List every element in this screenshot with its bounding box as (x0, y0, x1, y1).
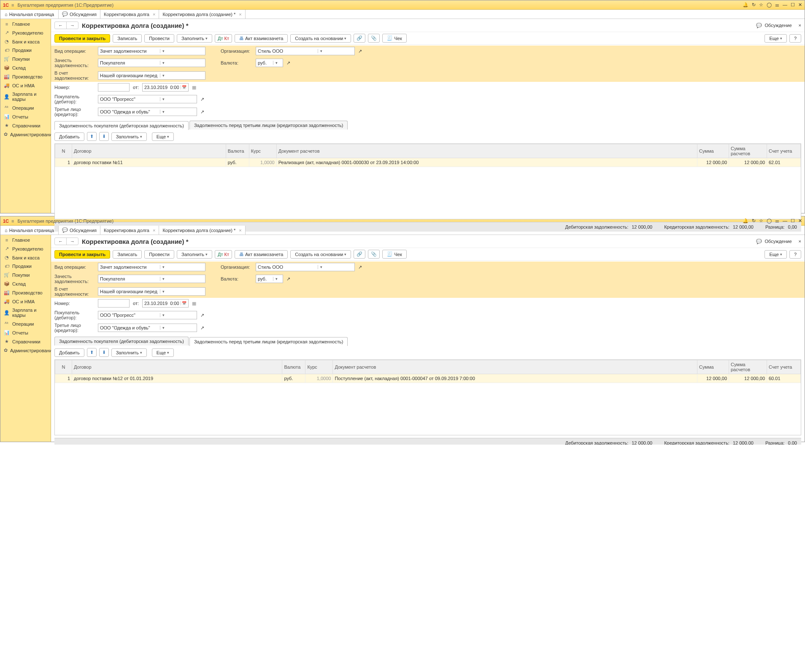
col-sum2[interactable]: Сумма расчетов (729, 360, 767, 374)
create-on-button[interactable]: Создать на основании (290, 34, 351, 43)
sidebar-item-hr[interactable]: 👤Зарплата и кадры (0, 90, 51, 103)
sidebar-item-hr[interactable]: 👤Зарплата и кадры (0, 306, 51, 319)
create-on-button[interactable]: Создать на основании (290, 250, 351, 259)
more-button[interactable]: Еще (764, 250, 786, 259)
fill-button[interactable]: Заполнить (177, 34, 212, 43)
oper-type-select[interactable]: ▾ (98, 47, 205, 55)
home-tab[interactable]: ⌂Начальная страница (0, 226, 59, 235)
save-button[interactable]: Записать (113, 250, 142, 259)
dropdown-icon[interactable]: ▾ (160, 97, 167, 101)
post-close-button[interactable]: Провести и закрыть (54, 250, 110, 259)
cheque-button[interactable]: 🧾 Чек (382, 34, 406, 43)
against-select[interactable]: ▾ (98, 287, 205, 296)
back-button[interactable]: ← (55, 238, 67, 245)
open-icon[interactable]: ↗ (200, 325, 204, 331)
dropdown-icon[interactable]: ▾ (160, 265, 167, 269)
dropdown-icon[interactable]: ▾ (160, 326, 167, 330)
fill-button[interactable]: Заполнить (177, 250, 212, 259)
save-button[interactable]: Записать (113, 34, 142, 43)
col-rate[interactable]: Курс (305, 360, 333, 374)
sidebar-item-operations[interactable]: ᴬᵏОперации (0, 319, 51, 328)
col-sum[interactable]: Сумма (697, 360, 729, 374)
move-up-button[interactable]: ⬆ (87, 348, 97, 357)
discussion-label[interactable]: Обсуждение (764, 23, 791, 28)
sidebar-item-bank[interactable]: ◔Банк и касса (0, 253, 51, 262)
tab-close-icon[interactable]: × (153, 12, 155, 17)
minimize-icon[interactable]: — (783, 218, 787, 224)
open-icon[interactable]: ↗ (286, 276, 290, 282)
tab-close-icon[interactable]: × (239, 12, 241, 17)
third-select[interactable]: ▾ (98, 108, 197, 116)
add-button[interactable]: Добавить (54, 132, 84, 141)
table-row[interactable]: 1 договор поставки №11 руб. 1,0000 Реали… (55, 158, 801, 167)
buyer-select[interactable]: ▾ (98, 95, 197, 103)
calendar-icon[interactable]: 📅 (181, 301, 187, 305)
attach-button[interactable]: 📎 (368, 250, 380, 259)
tab-debt-adj-new[interactable]: Корректировка долга (создание) *× (159, 10, 245, 19)
col-currency[interactable]: Валюта (226, 144, 249, 158)
close-icon[interactable]: ✕ (798, 2, 802, 8)
menu-icon[interactable]: ≡ (11, 219, 14, 224)
home-tab[interactable]: ⌂Начальная страница (0, 10, 59, 19)
sidebar-item-reports[interactable]: 📊Отчеты (0, 328, 51, 337)
calendar-icon[interactable]: 📅 (181, 85, 187, 89)
discussion-icon[interactable]: 💬 (756, 23, 762, 28)
cheque-button[interactable]: 🧾 Чек (382, 250, 406, 259)
sidebar-item-catalogs[interactable]: ★Справочники (0, 121, 51, 130)
star-icon[interactable]: ☆ (759, 218, 763, 224)
close-icon[interactable]: ✕ (798, 218, 802, 224)
sidebar-item-admin[interactable]: ✿Администрирование (0, 130, 51, 139)
link-button[interactable]: 🔗 (354, 250, 365, 259)
sidebar-item-warehouse[interactable]: 📦Склад (0, 63, 51, 72)
col-rate[interactable]: Курс (249, 144, 276, 158)
sidebar-item-operations[interactable]: ᴬᵏОперации (0, 103, 51, 112)
tab-payables[interactable]: Задолженность перед третьим лицом (креди… (189, 337, 348, 346)
col-n[interactable]: N (55, 144, 72, 158)
forward-button[interactable]: → (67, 238, 78, 245)
number-input[interactable] (98, 299, 130, 308)
filter-icon[interactable]: ⚌ (775, 2, 779, 8)
close-panel-icon[interactable]: × (799, 23, 801, 28)
sidebar-item-main[interactable]: ≡Главное (0, 236, 51, 244)
history-icon[interactable]: ↻ (752, 2, 756, 8)
menu-icon[interactable]: ≡ (11, 3, 14, 8)
sidebar-item-manager[interactable]: ↗Руководителю (0, 28, 51, 37)
dropdown-icon[interactable]: ▾ (273, 277, 280, 281)
col-acc[interactable]: Счет учета (767, 360, 801, 374)
col-contract[interactable]: Договор (72, 144, 226, 158)
maximize-icon[interactable]: ☐ (791, 2, 795, 8)
open-icon[interactable]: ↗ (286, 60, 290, 66)
dropdown-icon[interactable]: ▾ (160, 277, 167, 281)
date-input[interactable]: 📅 (142, 83, 189, 92)
sidebar-item-purchases[interactable]: 🛒Покупки (0, 54, 51, 63)
tab-debt-adj-new[interactable]: Корректировка долга (создание) *× (159, 226, 245, 235)
tab-receivables[interactable]: Задолженность покупателя (дебиторская за… (54, 337, 189, 345)
dtkt-button[interactable]: ДтКт (215, 250, 232, 259)
dtkt-button[interactable]: ДтКт (215, 34, 232, 43)
act-button[interactable]: 🖶 Акт взаимозачета (235, 34, 288, 43)
filter-icon[interactable]: ⚌ (775, 218, 779, 224)
open-icon[interactable]: ↗ (200, 313, 204, 318)
sidebar-item-manager[interactable]: ↗Руководителю (0, 244, 51, 253)
circle-icon[interactable]: ◯ (767, 218, 772, 224)
add-button[interactable]: Добавить (54, 348, 84, 357)
col-sum[interactable]: Сумма (697, 144, 729, 158)
post-button[interactable]: Провести (144, 34, 174, 43)
discussion-label[interactable]: Обсуждение (764, 239, 791, 244)
dropdown-icon[interactable]: ▾ (160, 49, 167, 53)
back-button[interactable]: ← (55, 22, 67, 29)
star-icon[interactable]: ☆ (759, 2, 763, 8)
act-button[interactable]: 🖶 Акт взаимозачета (235, 250, 288, 259)
dropdown-icon[interactable]: ▾ (318, 49, 324, 53)
against-select[interactable]: ▾ (98, 71, 205, 80)
bell-icon[interactable]: 🔔 (743, 2, 748, 8)
offset-select[interactable]: ▾ (98, 275, 205, 283)
help-button[interactable]: ? (789, 250, 801, 259)
open-icon[interactable]: ↗ (200, 109, 204, 115)
open-icon[interactable]: ↗ (358, 264, 362, 270)
table-more-button[interactable]: Еще (152, 132, 174, 141)
post-button[interactable]: Провести (144, 250, 174, 259)
offset-select[interactable]: ▾ (98, 59, 205, 67)
sidebar-item-assets[interactable]: 🚚ОС и НМА (0, 297, 51, 306)
dropdown-icon[interactable]: ▾ (273, 61, 280, 65)
